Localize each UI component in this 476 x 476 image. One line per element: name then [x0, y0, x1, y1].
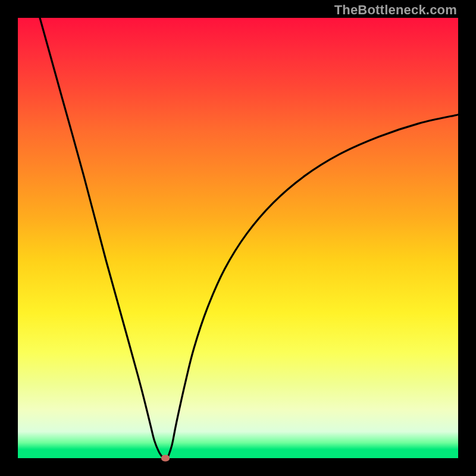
watermark-label: TheBottleneck.com: [334, 2, 457, 18]
minimum-point-marker: [161, 455, 170, 462]
curve-path: [40, 18, 458, 458]
plot-area: [18, 18, 458, 458]
chart-frame: TheBottleneck.com: [0, 0, 476, 476]
bottleneck-curve: [18, 18, 458, 458]
